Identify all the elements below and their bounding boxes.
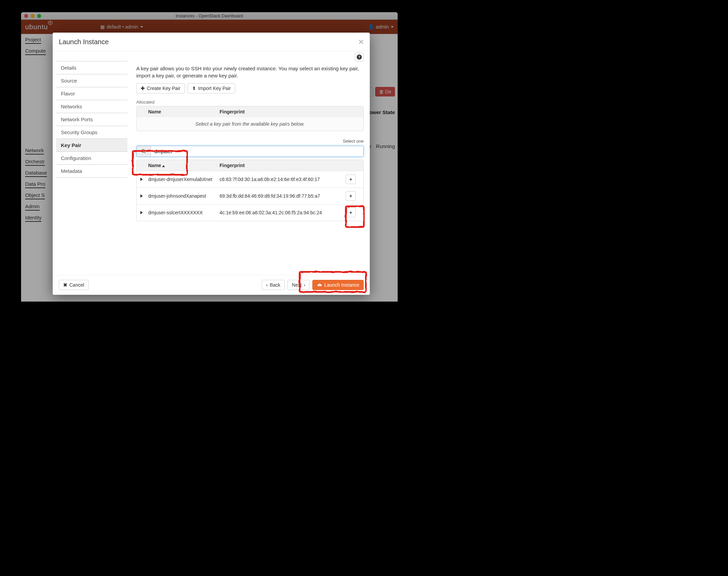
keypair-search <box>136 146 364 157</box>
wizard-content: ? A key pair allows you to SSH into your… <box>127 51 364 275</box>
col-name-header: Name <box>146 109 218 114</box>
step-description: A key pair allows you to SSH into your n… <box>136 65 364 79</box>
wizard-step-security-groups[interactable]: Security Groups <box>56 126 127 139</box>
wizard-step-metadata[interactable]: Metadata <box>56 164 127 178</box>
keypair-name: dmjuser-johnsondXanapest <box>146 193 218 199</box>
svg-text:?: ? <box>358 55 360 59</box>
sort-asc-icon <box>162 165 165 167</box>
col-fingerprint-header[interactable]: Fingerprint <box>218 163 346 168</box>
next-button[interactable]: Next› <box>288 280 310 290</box>
cloud-upload-icon <box>317 283 322 287</box>
wizard-step-details[interactable]: Details <box>56 61 127 74</box>
help-icon[interactable]: ? <box>355 53 364 61</box>
back-button[interactable]: ‹Back <box>262 280 285 290</box>
svg-line-3 <box>144 152 145 153</box>
col-fingerprint-header: Fingerprint <box>218 109 346 114</box>
launch-instance-modal: Launch Instance × DetailsSourceFlavorNet… <box>53 33 370 295</box>
keypair-row: dmjuser-sslcertXXXXXXX4c:1e:b9:ee:06:a6:… <box>137 204 363 221</box>
allocated-empty-msg: Select a key pair from the available key… <box>137 117 363 131</box>
modal-header: Launch Instance × <box>53 33 370 51</box>
wizard-steps: DetailsSourceFlavorNetworksNetwork Ports… <box>56 51 127 275</box>
chevron-left-icon: ‹ <box>266 282 268 288</box>
wizard-step-source[interactable]: Source <box>56 74 127 87</box>
allocated-table: Name Fingerprint Select a key pair from … <box>136 106 364 131</box>
keypair-fingerprint: 69:3d:fb:dd:84:46:69:d8:fd:34:19:96:df:7… <box>218 193 346 199</box>
modal-title: Launch Instance <box>59 38 109 46</box>
keypair-name: dmjuser-sslcertXXXXXXX <box>146 210 218 215</box>
import-keypair-button[interactable]: ⬆Import Key Pair <box>188 83 235 93</box>
select-one-label: Select one <box>343 139 364 144</box>
search-icon <box>137 146 151 157</box>
chevron-right-icon: › <box>304 282 306 288</box>
close-icon[interactable]: × <box>359 37 364 46</box>
upload-icon: ⬆ <box>192 86 196 91</box>
launch-instance-button[interactable]: Launch Instance <box>312 280 364 290</box>
wizard-step-key-pair[interactable]: Key Pair <box>56 139 127 152</box>
expand-icon[interactable] <box>140 194 143 198</box>
add-keypair-button[interactable]: + <box>346 191 356 201</box>
wizard-step-networks[interactable]: Networks <box>56 100 127 113</box>
allocated-label: Allocated <box>136 100 364 105</box>
add-keypair-button[interactable]: + <box>346 175 356 184</box>
keypair-fingerprint: c6:83:7f:0d:30:1a:a6:0b:e2:14:6e:6f:e3:4… <box>218 177 346 182</box>
col-name-header[interactable]: Name <box>146 163 218 168</box>
available-table: Name Fingerprint dmjuser-dmjuserXemulabX… <box>136 160 364 221</box>
search-input[interactable] <box>151 146 363 157</box>
keypair-row: dmjuser-dmjuserXemulabXnetc6:83:7f:0d:30… <box>137 171 363 187</box>
expand-icon[interactable] <box>140 178 143 181</box>
keypair-fingerprint: 4c:1e:b9:ee:06:a6:02:3a:41:2c:06:f5:2a:9… <box>218 210 346 215</box>
add-keypair-button[interactable]: + <box>346 208 356 217</box>
x-icon: ✖ <box>63 282 67 288</box>
create-keypair-button[interactable]: ✚Create Key Pair <box>136 83 185 93</box>
modal-footer: ✖Cancel ‹Back Next› Launch Instance <box>53 275 370 295</box>
wizard-step-configuration[interactable]: Configuration <box>56 151 127 165</box>
svg-point-2 <box>142 149 145 152</box>
plus-icon: ✚ <box>141 86 145 91</box>
keypair-name: dmjuser-dmjuserXemulabXnet <box>146 177 218 182</box>
wizard-step-flavor[interactable]: Flavor <box>56 87 127 100</box>
wizard-step-network-ports[interactable]: Network Ports <box>56 113 127 126</box>
expand-icon[interactable] <box>140 211 143 214</box>
cancel-button[interactable]: ✖Cancel <box>59 280 89 290</box>
keypair-row: dmjuser-johnsondXanapest69:3d:fb:dd:84:4… <box>137 187 363 204</box>
